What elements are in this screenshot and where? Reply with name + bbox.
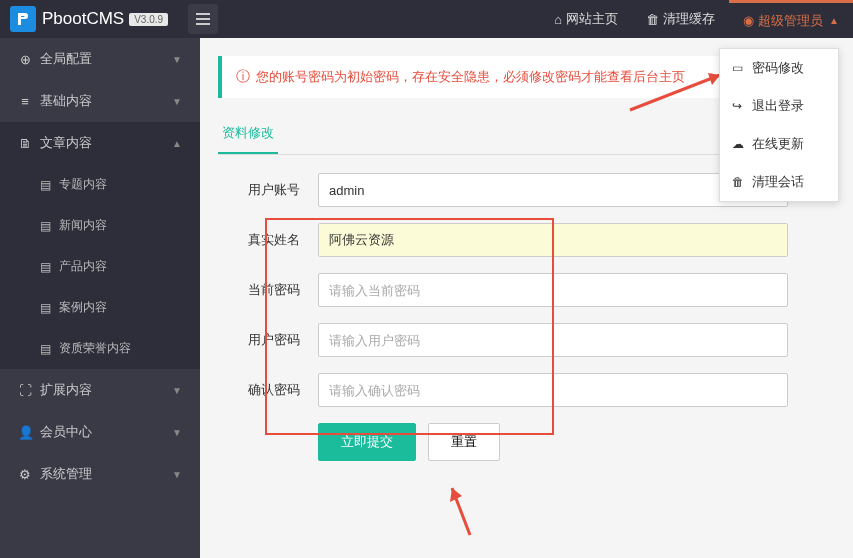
- user-icon: ◉: [743, 13, 754, 28]
- sidebar-sub-case[interactable]: ▤案例内容: [0, 287, 200, 328]
- header-home[interactable]: ⌂ 网站主页: [540, 0, 632, 38]
- chevron-down-icon: ▼: [172, 427, 182, 438]
- chevron-up-icon: ▲: [172, 138, 182, 149]
- chevron-down-icon: ▼: [172, 469, 182, 480]
- sidebar-sub-topic[interactable]: ▤专题内容: [0, 164, 200, 205]
- page-icon: ▤: [40, 342, 51, 356]
- brand-name: PbootCMS: [42, 9, 124, 29]
- header-admin-menu[interactable]: ◉ 超级管理员 ▲: [729, 0, 853, 38]
- user-icon: 👤: [18, 425, 32, 440]
- cloud-icon: ☁: [732, 137, 746, 151]
- page-icon: ▤: [40, 219, 51, 233]
- trash-icon: 🗑: [732, 175, 746, 189]
- sidebar-sub-news[interactable]: ▤新闻内容: [0, 205, 200, 246]
- logo: PbootCMS V3.0.9: [0, 6, 178, 32]
- header-clear-cache[interactable]: 🗑 清理缓存: [632, 0, 729, 38]
- chevron-down-icon: ▼: [172, 54, 182, 65]
- sidebar-member[interactable]: 👤会员中心 ▼: [0, 411, 200, 453]
- confirm-pwd-label: 确认密码: [218, 381, 318, 399]
- sidebar-article[interactable]: 🗎文章内容 ▲: [0, 122, 200, 164]
- header: PbootCMS V3.0.9 ⌂ 网站主页 🗑 清理缓存 ◉ 超级管理员 ▲: [0, 0, 853, 38]
- page-icon: ▤: [40, 301, 51, 315]
- sidebar-system[interactable]: ⚙系统管理 ▼: [0, 453, 200, 495]
- sidebar-global[interactable]: ⊕全局配置 ▼: [0, 38, 200, 80]
- account-label: 用户账号: [218, 181, 318, 199]
- page-icon: ▤: [40, 178, 51, 192]
- home-icon: ⌂: [554, 12, 562, 27]
- info-icon: ⓘ: [236, 68, 250, 86]
- sidebar-article-submenu: ▤专题内容 ▤新闻内容 ▤产品内容 ▤案例内容 ▤资质荣誉内容: [0, 164, 200, 369]
- account-input[interactable]: [318, 173, 788, 207]
- logout-icon: ↪: [732, 99, 746, 113]
- version-badge: V3.0.9: [129, 13, 168, 26]
- globe-icon: ⊕: [18, 52, 32, 67]
- sliders-icon: ≡: [18, 94, 32, 109]
- realname-label: 真实姓名: [218, 231, 318, 249]
- id-card-icon: ▭: [732, 61, 746, 75]
- menu-toggle[interactable]: [188, 4, 218, 34]
- sidebar-sub-product[interactable]: ▤产品内容: [0, 246, 200, 287]
- sidebar-extend[interactable]: ⛶扩展内容 ▼: [0, 369, 200, 411]
- page-icon: ▤: [40, 260, 51, 274]
- logo-icon: [10, 6, 36, 32]
- dropdown-logout[interactable]: ↪ 退出登录: [720, 87, 838, 125]
- alert-text: 您的账号密码为初始密码，存在安全隐患，必须修改密码才能查看后台主页: [256, 68, 685, 86]
- current-pwd-input[interactable]: [318, 273, 788, 307]
- file-icon: 🗎: [18, 136, 32, 151]
- sidebar: ⊕全局配置 ▼ ≡基础内容 ▼ 🗎文章内容 ▲ ▤专题内容 ▤新闻内容 ▤产品内…: [0, 38, 200, 558]
- expand-icon: ⛶: [18, 383, 32, 398]
- user-pwd-label: 用户密码: [218, 331, 318, 349]
- submit-button[interactable]: 立即提交: [318, 423, 416, 461]
- user-pwd-input[interactable]: [318, 323, 788, 357]
- trash-icon: 🗑: [646, 12, 659, 27]
- current-pwd-label: 当前密码: [218, 281, 318, 299]
- sidebar-basic[interactable]: ≡基础内容 ▼: [0, 80, 200, 122]
- admin-dropdown: ▭ 密码修改 ↪ 退出登录 ☁ 在线更新 🗑 清理会话: [719, 48, 839, 202]
- profile-form: 用户账号 真实姓名 当前密码 用户密码 确认密码 立即提交 重置: [218, 173, 835, 461]
- chevron-up-icon: ▲: [829, 15, 839, 26]
- confirm-pwd-input[interactable]: [318, 373, 788, 407]
- gear-icon: ⚙: [18, 467, 32, 482]
- chevron-down-icon: ▼: [172, 96, 182, 107]
- dropdown-sessions[interactable]: 🗑 清理会话: [720, 163, 838, 201]
- dropdown-update[interactable]: ☁ 在线更新: [720, 125, 838, 163]
- reset-button[interactable]: 重置: [428, 423, 500, 461]
- sidebar-sub-honor[interactable]: ▤资质荣誉内容: [0, 328, 200, 369]
- realname-input[interactable]: [318, 223, 788, 257]
- dropdown-password[interactable]: ▭ 密码修改: [720, 49, 838, 87]
- tab-profile-edit[interactable]: 资料修改: [218, 114, 278, 154]
- chevron-down-icon: ▼: [172, 385, 182, 396]
